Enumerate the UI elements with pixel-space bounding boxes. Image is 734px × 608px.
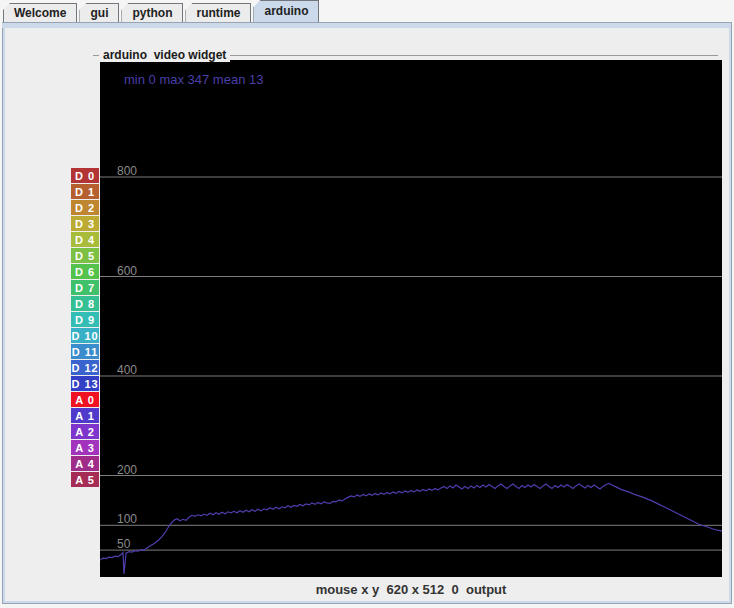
tab-python[interactable]: python <box>121 3 183 22</box>
grid-label-50: 50 <box>117 537 131 551</box>
pin-badge-d11[interactable]: D 11 <box>71 344 99 359</box>
scope-svg: 50100200400600800 <box>100 60 722 577</box>
pin-badge-d3[interactable]: D 3 <box>71 216 99 231</box>
pin-badge-d12[interactable]: D 12 <box>71 360 99 375</box>
grid-label-600: 600 <box>117 264 137 278</box>
grid-label-800: 800 <box>117 164 137 178</box>
tab-gui[interactable]: gui <box>79 3 119 22</box>
panel-title: arduino video widget <box>99 48 230 62</box>
pin-badge-d4[interactable]: D 4 <box>71 232 99 247</box>
pin-badge-a5[interactable]: A 5 <box>71 472 99 487</box>
pin-badge-d0[interactable]: D 0 <box>71 168 99 183</box>
tab-runtime[interactable]: runtime <box>185 3 251 22</box>
tab-content-top-strip <box>2 23 730 28</box>
pin-badge-a4[interactable]: A 4 <box>71 456 99 471</box>
pin-badge-a3[interactable]: A 3 <box>71 440 99 455</box>
pin-badge-column: D 0D 1D 2D 3D 4D 5D 6D 7D 8D 9D 10D 11D … <box>71 168 99 487</box>
grid-label-400: 400 <box>117 363 137 377</box>
pin-badge-d2[interactable]: D 2 <box>71 200 99 215</box>
pin-badge-a2[interactable]: A 2 <box>71 424 99 439</box>
pin-badge-d6[interactable]: D 6 <box>71 264 99 279</box>
plot-stats-text: min 0 max 347 mean 13 <box>124 72 263 87</box>
scope-trace <box>100 484 722 575</box>
pin-badge-d10[interactable]: D 10 <box>71 328 99 343</box>
app-window: Welcomeguipythonruntimearduino D 0D 1D 2… <box>0 0 734 608</box>
tab-arduino[interactable]: arduino <box>253 0 319 22</box>
pin-badge-a1[interactable]: A 1 <box>71 408 99 423</box>
tab-bar: Welcomeguipythonruntimearduino <box>3 1 319 22</box>
pin-badge-d1[interactable]: D 1 <box>71 184 99 199</box>
mouse-status-text: mouse x y 620 x 512 0 output <box>100 582 722 597</box>
pin-badge-d9[interactable]: D 9 <box>71 312 99 327</box>
pin-badge-a0[interactable]: A 0 <box>71 392 99 407</box>
pin-badge-d5[interactable]: D 5 <box>71 248 99 263</box>
grid-label-200: 200 <box>117 463 137 477</box>
grid-label-100: 100 <box>117 512 137 526</box>
tab-welcome[interactable]: Welcome <box>3 3 77 22</box>
pin-badge-d7[interactable]: D 7 <box>71 280 99 295</box>
plot-canvas[interactable]: 50100200400600800 min 0 max 347 mean 13 <box>100 60 722 577</box>
pin-badge-d13[interactable]: D 13 <box>71 376 99 391</box>
pin-badge-d8[interactable]: D 8 <box>71 296 99 311</box>
